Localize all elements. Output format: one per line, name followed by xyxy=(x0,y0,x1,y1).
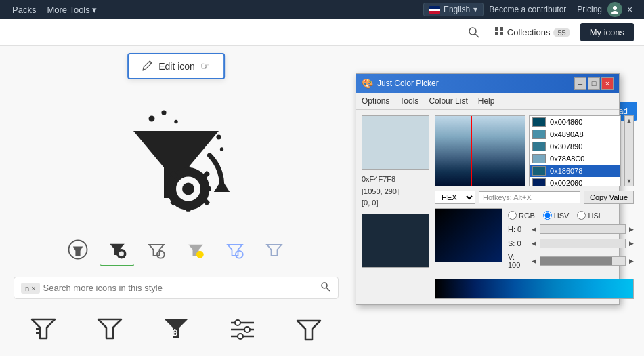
slider-h-track[interactable] xyxy=(540,224,626,234)
nav-more-tools[interactable]: More Tools ▾ xyxy=(41,5,102,15)
thumb-1[interactable] xyxy=(61,233,95,266)
color-list-item-1[interactable]: 0x004860 xyxy=(530,116,620,128)
color-picker-icon: 🎨 xyxy=(362,78,373,89)
slider-v-left[interactable]: ◀ xyxy=(532,258,536,264)
gradient-picker-container[interactable] xyxy=(435,115,525,186)
copy-value-button[interactable]: Copy Value xyxy=(584,191,634,204)
svg-point-41 xyxy=(244,327,250,332)
collections-badge: 55 xyxy=(553,28,570,37)
nav-packs[interactable]: Packs xyxy=(7,5,41,15)
svg-point-29 xyxy=(157,251,165,258)
nav-become-contributor[interactable]: Become a contributor xyxy=(484,5,572,14)
thumb-2[interactable] xyxy=(100,233,134,266)
slider-h-label: H: 0 xyxy=(508,225,528,233)
menu-colour-list[interactable]: Colour List xyxy=(429,95,467,107)
color-list[interactable]: 0x004860 0x4890A8 0x307890 0x78A8C0 xyxy=(529,115,621,186)
rgb-radio-label[interactable]: RGB xyxy=(508,211,535,220)
svg-point-31 xyxy=(236,251,243,258)
chevron-down-icon: ▾ xyxy=(92,5,97,15)
menu-tools[interactable]: Tools xyxy=(400,95,418,107)
top-navigation: Packs More Tools ▾ English ▾ Become a co… xyxy=(0,0,644,19)
scroll-down-arrow[interactable]: ▼ xyxy=(626,178,632,184)
grid-item-1[interactable] xyxy=(14,306,73,353)
grid-item-3[interactable]: ₿ xyxy=(146,306,206,353)
slider-v-track[interactable] xyxy=(540,256,626,266)
edit-icon-container: Edit icon ☞ xyxy=(127,53,225,79)
dialog-close-button[interactable]: × xyxy=(601,77,614,90)
thumb-4[interactable] xyxy=(179,233,213,266)
color-swatch xyxy=(532,117,546,127)
color-list-scrollbar[interactable]: ▲ ▼ xyxy=(624,115,634,186)
close-button[interactable]: × xyxy=(622,2,637,17)
slider-s-label: S: 0 xyxy=(508,239,528,248)
icon-thumbnails xyxy=(61,233,291,266)
slider-h-left[interactable]: ◀ xyxy=(532,226,536,233)
format-row: HEX RGB HSV Copy Value xyxy=(435,191,634,204)
slider-s-right[interactable]: ▶ xyxy=(629,240,634,247)
color-swatch xyxy=(532,142,546,151)
menu-options[interactable]: Options xyxy=(362,95,389,107)
hex-value: 0xF4F7F8 xyxy=(362,174,429,186)
dialog-title-bar: 🎨 Just Color Picker – □ × xyxy=(356,74,619,93)
hotkey-field[interactable] xyxy=(479,191,580,203)
bottom-gradient-bar[interactable] xyxy=(435,279,634,299)
radio-slider-section: RGB HSV HSL H: 0 ◀ xyxy=(508,208,634,272)
thumb-6[interactable] xyxy=(257,233,291,266)
hsv-radio-label[interactable]: HSV xyxy=(543,211,570,220)
dialog-menu: Options Tools Colour List Help xyxy=(356,93,619,110)
svg-point-2 xyxy=(469,28,476,35)
svg-point-10 xyxy=(174,120,177,123)
maximize-button[interactable]: □ xyxy=(588,77,600,90)
pixel-value: [0, 0] xyxy=(362,197,429,210)
coords-value: [1050, 290] xyxy=(362,186,429,198)
grid-item-2[interactable] xyxy=(80,306,139,353)
slider-s-left[interactable]: ◀ xyxy=(532,240,536,247)
nav-pricing[interactable]: Pricing xyxy=(572,5,607,14)
hsl-radio-label[interactable]: HSL xyxy=(577,211,602,220)
svg-line-33 xyxy=(327,288,330,292)
scroll-up-arrow[interactable]: ▲ xyxy=(626,117,632,124)
collections-button[interactable]: Collections 55 xyxy=(494,26,570,38)
thumb-3[interactable] xyxy=(139,233,173,266)
rgb-radio[interactable] xyxy=(508,211,517,220)
grid-item-5[interactable] xyxy=(279,306,339,353)
color-info: 0xF4F7F8 [1050, 290] [0, 0] xyxy=(362,174,429,210)
svg-point-42 xyxy=(238,334,243,339)
svg-rect-4 xyxy=(495,27,498,31)
search-icon[interactable] xyxy=(464,22,484,43)
svg-point-16 xyxy=(182,183,194,195)
left-panel: Edit icon ☞ xyxy=(0,46,352,356)
slider-h-right[interactable]: ▶ xyxy=(629,226,634,233)
color-list-item-5[interactable]: 0x186078 xyxy=(530,165,620,177)
slider-v-right[interactable]: ▶ xyxy=(629,258,634,264)
my-icons-button[interactable]: My icons xyxy=(580,23,634,41)
minimize-button[interactable]: – xyxy=(574,77,586,90)
search-input[interactable] xyxy=(43,283,320,293)
second-navigation: Collections 55 My icons xyxy=(0,19,644,46)
thumb-5[interactable] xyxy=(218,233,252,266)
color-preview-area: 0xF4F7F8 [1050, 290] [0, 0] xyxy=(362,115,429,299)
search-submit-icon[interactable] xyxy=(320,281,331,294)
gradient-picker[interactable] xyxy=(435,115,525,186)
edit-icon-button[interactable]: Edit icon ☞ xyxy=(127,53,225,79)
menu-help[interactable]: Help xyxy=(478,95,495,107)
tag-close-icon[interactable]: × xyxy=(31,284,35,292)
color-list-item-3[interactable]: 0x307890 xyxy=(530,140,620,153)
slider-s-track[interactable] xyxy=(540,239,626,248)
color-swatch xyxy=(532,154,546,163)
color-list-item-6[interactable]: 0x002060 xyxy=(530,177,620,186)
format-select[interactable]: HEX RGB HSV xyxy=(435,191,475,204)
avatar[interactable] xyxy=(607,2,622,17)
user-icon xyxy=(610,5,620,14)
svg-point-32 xyxy=(322,283,327,288)
color-list-item-2[interactable]: 0x4890A8 xyxy=(530,128,620,140)
svg-point-0 xyxy=(613,6,617,10)
grid-item-4[interactable] xyxy=(213,306,272,353)
search-tag[interactable]: n × xyxy=(21,283,40,294)
color-list-item-4[interactable]: 0x78A8C0 xyxy=(530,153,620,165)
hsv-radio[interactable] xyxy=(543,211,552,220)
dialog-body: 0xF4F7F8 [1050, 290] [0, 0] xyxy=(356,110,619,304)
hsl-radio[interactable] xyxy=(577,211,586,220)
svg-point-28 xyxy=(119,252,124,256)
language-selector[interactable]: English ▾ xyxy=(423,3,484,16)
